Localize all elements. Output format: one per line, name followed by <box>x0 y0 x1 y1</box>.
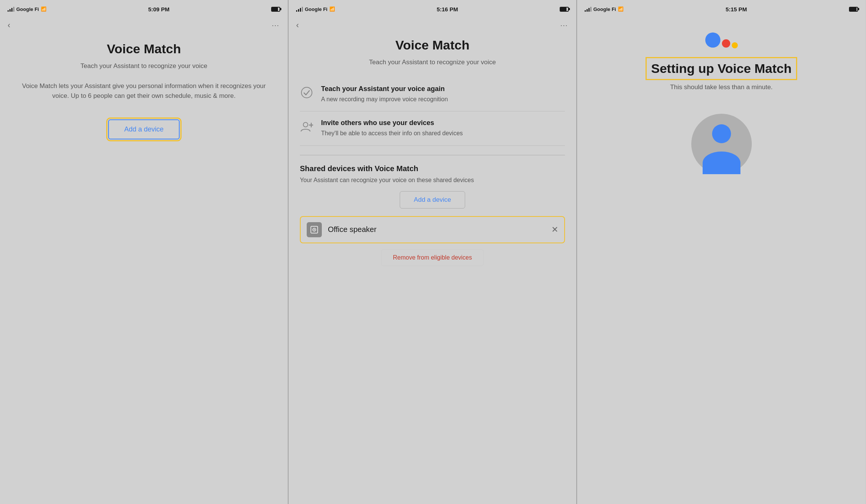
add-person-icon <box>300 120 313 133</box>
time-2: 5:16 PM <box>437 6 458 12</box>
add-device-button-1[interactable]: Add a device <box>108 119 179 139</box>
wifi-icon-2: 📶 <box>329 6 335 12</box>
feature-list: Teach your Assistant your voice again A … <box>300 77 565 146</box>
feature-item-2: Invite others who use your devices They'… <box>300 111 565 145</box>
wifi-icon-1: 📶 <box>41 6 47 12</box>
feature-text-2: Invite others who use your devices They'… <box>321 119 463 138</box>
panel-1-content: Voice Match Teach your Assistant to reco… <box>0 34 288 504</box>
status-bar-3: Google Fi 📶 5:15 PM <box>577 0 866 17</box>
panel-2-content: Voice Match Teach your Assistant to reco… <box>289 34 576 504</box>
feature-item-1: Teach your Assistant your voice again A … <box>300 77 565 111</box>
nav-bar-2: ‹ ⋯ <box>289 17 576 34</box>
feature-2-title: Invite others who use your devices <box>321 119 463 127</box>
more-button-1[interactable]: ⋯ <box>272 21 280 30</box>
panel-3: Google Fi 📶 5:15 PM Setting up Voice Mat… <box>577 0 866 504</box>
svg-point-6 <box>314 229 315 230</box>
panel-2-title: Voice Match <box>300 38 565 53</box>
google-dot-yellow <box>732 42 738 48</box>
panel-1-subtitle: Teach your Assistant to recognize your v… <box>81 62 207 70</box>
remove-device-button[interactable]: Remove from eligible devices <box>381 249 484 266</box>
shared-devices-desc: Your Assistant can recognize your voice … <box>300 177 565 184</box>
panel-1-description: Voice Match lets your Assistant give you… <box>15 81 273 100</box>
wifi-icon-3: 📶 <box>618 6 624 12</box>
close-button[interactable]: ✕ <box>551 225 558 235</box>
status-right-2 <box>560 7 569 12</box>
status-left-1: Google Fi 📶 <box>8 6 47 12</box>
feature-1-desc: A new recording may improve voice recogn… <box>321 95 448 104</box>
back-button-1[interactable]: ‹ <box>8 20 10 30</box>
check-circle-icon <box>300 86 313 99</box>
carrier-2: Google Fi <box>305 6 327 12</box>
panel-1: Google Fi 📶 5:09 PM ‹ ⋯ Voice Match Teac… <box>0 0 289 504</box>
feature-1-title: Teach your Assistant your voice again <box>321 85 448 93</box>
google-logo <box>705 32 738 48</box>
avatar-body <box>703 152 740 174</box>
panel-2: Google Fi 📶 5:16 PM ‹ ⋯ Voice Match Teac… <box>289 0 577 504</box>
panel-1-title: Voice Match <box>107 42 181 56</box>
divider <box>300 155 565 155</box>
setting-up-desc: This should take less than a minute. <box>670 83 773 91</box>
status-left-2: Google Fi 📶 <box>296 6 335 12</box>
feature-text-1: Teach your Assistant your voice again A … <box>321 85 448 104</box>
status-bar-1: Google Fi 📶 5:09 PM <box>0 0 288 17</box>
status-right-3 <box>849 7 858 12</box>
google-dot-red <box>722 39 730 48</box>
signal-icon-2 <box>296 7 303 12</box>
svg-point-1 <box>303 122 308 127</box>
battery-icon-2 <box>560 7 569 12</box>
signal-icon-1 <box>8 7 14 12</box>
carrier-3: Google Fi <box>593 6 616 12</box>
avatar-head <box>712 124 731 143</box>
device-row: Office speaker ✕ <box>300 216 565 243</box>
status-bar-2: Google Fi 📶 5:16 PM <box>289 0 576 17</box>
shared-devices-title: Shared devices with Voice Match <box>300 164 565 173</box>
shared-devices-section: Shared devices with Voice Match Your Ass… <box>300 157 565 274</box>
feature-2-desc: They'll be able to access their info on … <box>321 129 463 138</box>
back-button-2[interactable]: ‹ <box>296 20 299 30</box>
setting-up-title: Setting up Voice Match <box>648 60 795 77</box>
status-left-3: Google Fi 📶 <box>585 6 624 12</box>
panel-3-content: Setting up Voice Match This should take … <box>577 17 866 504</box>
add-device-button-2[interactable]: Add a device <box>400 191 465 209</box>
battery-icon-1 <box>271 7 280 12</box>
svg-point-0 <box>301 87 312 98</box>
time-3: 5:15 PM <box>726 6 747 12</box>
carrier-1: Google Fi <box>16 6 39 12</box>
google-dot-blue <box>705 32 720 48</box>
nav-bar-1: ‹ ⋯ <box>0 17 288 34</box>
time-1: 5:09 PM <box>148 6 170 12</box>
signal-icon-3 <box>585 7 591 12</box>
battery-icon-3 <box>849 7 858 12</box>
device-name: Office speaker <box>328 225 551 234</box>
speaker-icon <box>307 222 322 237</box>
more-button-2[interactable]: ⋯ <box>560 21 569 30</box>
status-right-1 <box>271 7 280 12</box>
avatar <box>691 114 752 174</box>
panel-2-subtitle: Teach your Assistant to recognize your v… <box>300 59 565 66</box>
